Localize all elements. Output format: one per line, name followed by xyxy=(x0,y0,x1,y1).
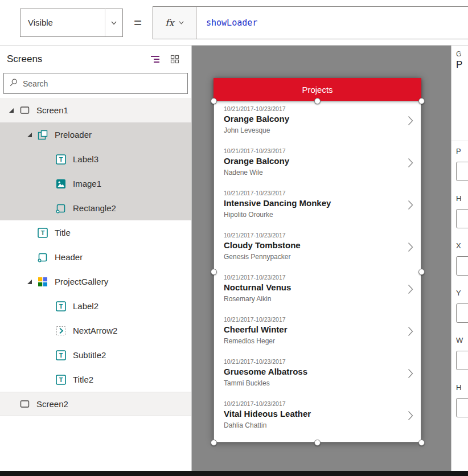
selection-handle[interactable] xyxy=(211,98,217,104)
tree-item-rectangle2[interactable]: Rectangle2 xyxy=(0,196,191,220)
svg-text:T: T xyxy=(59,156,63,163)
property-field-label: P xyxy=(456,147,461,155)
gallery-item-title: Nocturnal Venus xyxy=(224,282,399,293)
property-selector-dropdown[interactable]: Visible xyxy=(20,9,123,37)
property-field-input[interactable] xyxy=(456,303,468,323)
expander-icon[interactable] xyxy=(23,132,36,138)
tree-item-label: NextArrow2 xyxy=(73,326,117,335)
property-field-input[interactable] xyxy=(456,398,468,417)
gallery-item-title: Cloudy Tombstone xyxy=(224,240,399,251)
screens-panel: Screens Screen1PreloaderTLabel3Image1Rec… xyxy=(0,46,192,471)
gallery-item-subtitle: John Levesque xyxy=(224,126,399,135)
expander-icon[interactable] xyxy=(23,279,36,285)
canvas[interactable]: Projects 10/21/2017-10/23/2017Orange Bal… xyxy=(192,46,451,471)
tree-item-label2[interactable]: TLabel2 xyxy=(0,294,191,318)
selection-handle[interactable] xyxy=(314,98,321,104)
gallery-icon xyxy=(36,276,49,288)
tree-item-nextarrow2[interactable]: NextArrow2 xyxy=(0,318,191,343)
tree-item-label: Image1 xyxy=(73,179,101,188)
expander-icon[interactable] xyxy=(5,108,18,113)
gallery-item[interactable]: 10/21/2017-10/23/2017Nocturnal VenusRose… xyxy=(214,269,421,311)
selection-handle[interactable] xyxy=(314,440,321,446)
tree-item-label: Label2 xyxy=(73,301,98,311)
tree-item-screen1[interactable]: Screen1 xyxy=(0,98,191,122)
tree-item-screen2[interactable]: Screen2 xyxy=(0,392,191,416)
rectangle-icon xyxy=(55,203,67,214)
tree-item-label: Preloader xyxy=(55,130,92,139)
tree-item-header[interactable]: Header xyxy=(0,245,191,269)
text-label-icon: T xyxy=(55,374,67,385)
property-field-label: X xyxy=(456,241,461,250)
gallery-item[interactable]: 10/21/2017-10/23/2017Orange BalconyJohn … xyxy=(214,101,421,143)
gallery-item[interactable]: 10/21/2017-10/23/2017Cheerful WinterReme… xyxy=(214,311,421,354)
tree-item-title[interactable]: TTitle xyxy=(0,220,191,245)
svg-text:T: T xyxy=(41,229,45,236)
next-arrow-icon[interactable] xyxy=(408,368,413,381)
properties-panel-title: P xyxy=(456,59,462,71)
next-arrow-icon[interactable] xyxy=(408,326,413,339)
selection-handle[interactable] xyxy=(418,269,425,275)
rectangle-icon xyxy=(36,252,49,263)
tree-item-preloader[interactable]: Preloader xyxy=(0,122,191,147)
selection-handle[interactable] xyxy=(418,98,425,104)
property-field-input[interactable] xyxy=(456,209,468,228)
property-field-input[interactable] xyxy=(456,351,468,370)
gallery-item[interactable]: 10/21/2017-10/23/2017Vital Hideous Leath… xyxy=(214,396,421,438)
project-gallery[interactable]: 10/21/2017-10/23/2017Orange BalconyJohn … xyxy=(214,101,421,442)
next-arrow-icon[interactable] xyxy=(408,284,413,297)
tree-item-title2[interactable]: TTitle2 xyxy=(0,367,191,392)
gallery-item-title: Orange Balcony xyxy=(224,113,399,125)
phone-preview: Projects 10/21/2017-10/23/2017Orange Bal… xyxy=(214,78,421,442)
selection-handle[interactable] xyxy=(418,440,425,446)
gallery-item[interactable]: 10/21/2017-10/23/2017Intensive Dancing M… xyxy=(214,185,421,227)
tree-item-subtitle2[interactable]: TSubtitle2 xyxy=(0,343,191,367)
tree-item-projectgallery[interactable]: ProjectGallery xyxy=(0,269,191,294)
powerapps-studio: Visible = fx showLoader Screens xyxy=(0,0,468,476)
property-field-label: W xyxy=(456,336,463,344)
property-field-input[interactable] xyxy=(456,162,468,181)
search-input[interactable] xyxy=(23,79,182,88)
next-arrow-icon[interactable] xyxy=(408,116,413,128)
next-arrow-icon[interactable] xyxy=(408,200,413,212)
gallery-item-subtitle: Remedios Heger xyxy=(224,337,399,346)
tree-item-label: Title2 xyxy=(73,375,93,384)
gallery-item[interactable]: 10/21/2017-10/23/2017Cloudy TombstoneGen… xyxy=(214,227,421,269)
gallery-item-dates: 10/21/2017-10/23/2017 xyxy=(224,274,399,281)
svg-text:T: T xyxy=(59,352,63,359)
search-icon xyxy=(9,78,18,89)
bottom-bar xyxy=(0,471,468,476)
formula-input[interactable]: showLoader xyxy=(197,7,468,39)
property-field-input[interactable] xyxy=(456,256,468,276)
tree-item-label3[interactable]: TLabel3 xyxy=(0,147,191,171)
group-icon xyxy=(36,129,49,141)
gallery-item-subtitle: Tammi Buckles xyxy=(224,379,399,388)
gallery-item[interactable]: 10/21/2017-10/23/2017Gruesome AlbatrossT… xyxy=(214,354,421,396)
selection-handle[interactable] xyxy=(211,440,217,446)
tree-item-label: Label3 xyxy=(73,154,98,164)
properties-section-label: G xyxy=(456,50,461,58)
tree-item-image1[interactable]: Image1 xyxy=(0,171,191,196)
text-label-icon: T xyxy=(55,154,67,165)
next-arrow-icon[interactable] xyxy=(408,411,413,423)
formula-input-group: fx showLoader xyxy=(153,6,468,39)
text-label-icon: T xyxy=(36,227,49,239)
next-arrow-icon[interactable] xyxy=(408,242,413,255)
tree-view-icon[interactable] xyxy=(146,50,165,68)
formula-bar: Visible = fx showLoader xyxy=(0,0,468,46)
main-area: Screens Screen1PreloaderTLabel3Image1Rec… xyxy=(0,46,468,471)
next-arrow-icon[interactable] xyxy=(408,158,413,170)
property-field-label: H xyxy=(456,194,461,203)
fx-button[interactable]: fx xyxy=(153,7,197,39)
search-box[interactable] xyxy=(3,73,188,94)
equals-sign: = xyxy=(123,15,153,31)
selection-handle[interactable] xyxy=(211,269,217,275)
gallery-item-dates: 10/21/2017-10/23/2017 xyxy=(224,400,399,408)
gallery-item-title: Gruesome Albatross xyxy=(224,366,399,377)
app-header-title: Projects xyxy=(302,85,332,95)
screens-tree: Screen1PreloaderTLabel3Image1Rectangle2T… xyxy=(0,98,191,471)
grid-view-icon[interactable] xyxy=(165,50,184,68)
chevron-down-icon xyxy=(178,18,184,28)
gallery-item-subtitle: Hipolito Orourke xyxy=(224,211,399,219)
gallery-item[interactable]: 10/21/2017-10/23/2017Orange BalconyNaden… xyxy=(214,143,421,185)
tree-item-label: Title xyxy=(55,228,71,237)
